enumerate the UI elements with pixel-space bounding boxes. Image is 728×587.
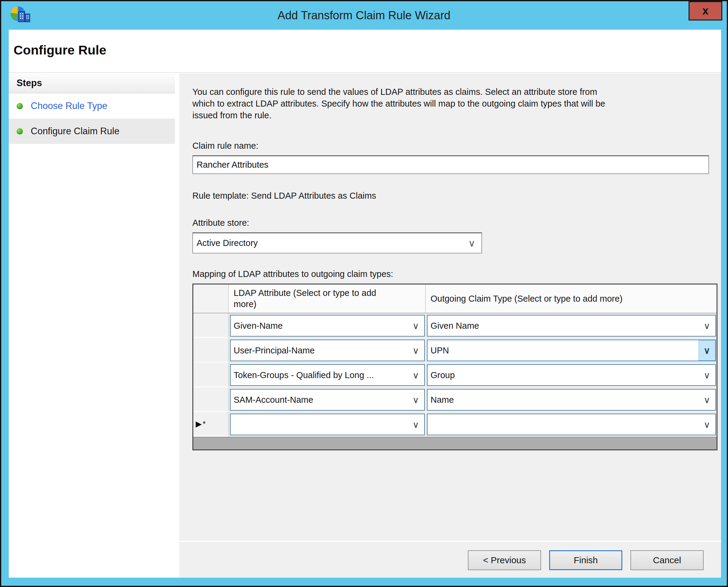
- chevron-glyph: ∨: [413, 419, 419, 430]
- claim-rule-name-label: Claim rule name:: [192, 141, 258, 151]
- row-selector-cell[interactable]: [193, 388, 229, 412]
- chevron-down-icon[interactable]: ∨: [462, 237, 482, 249]
- outgoing-claim-header: Outgoing Claim Type (Select or type to a…: [426, 284, 717, 313]
- sidebar-step-configure-claim-rule[interactable]: Configure Claim Rule: [9, 119, 175, 144]
- row-selector-cell[interactable]: [193, 338, 229, 363]
- rule-template-text: Rule template: Send LDAP Attributes as C…: [192, 191, 376, 201]
- description-line: issued from the rule.: [192, 110, 605, 121]
- ldap-attribute-combobox[interactable]: Given-Name∨: [230, 315, 425, 336]
- mapping-row: Token-Groups - Qualified by Long ...∨Gro…: [193, 363, 717, 388]
- chevron-down-icon[interactable]: ∨: [407, 414, 424, 435]
- chevron-down-icon[interactable]: ∨: [407, 365, 424, 385]
- window-title: Add Transform Claim Rule Wizard: [1, 1, 727, 29]
- page-header: Configure Rule: [9, 30, 721, 73]
- cancel-button[interactable]: Cancel: [631, 550, 704, 570]
- mapping-row: User-Principal-Name∨UPN∨: [193, 338, 717, 363]
- chevron-glyph: ∨: [413, 321, 419, 331]
- row-selector-cell[interactable]: [193, 363, 229, 388]
- titlebar: Add Transform Claim Rule Wizard x: [1, 1, 727, 29]
- window-frame: Add Transform Claim Rule Wizard x Config…: [0, 0, 728, 587]
- row-selector-cell[interactable]: ▶*: [193, 412, 229, 437]
- content-panel: You can configure this rule to send the …: [179, 73, 721, 578]
- chevron-glyph: ∨: [413, 345, 419, 356]
- mapping-table-header: LDAP Attribute (Select or type to add mo…: [193, 284, 717, 313]
- mapping-table: LDAP Attribute (Select or type to add mo…: [192, 284, 718, 450]
- new-row-marker-icon: ▶*: [196, 419, 207, 429]
- ldap-attribute-cell: SAM-Account-Name∨: [229, 388, 426, 412]
- ldap-attribute-combobox[interactable]: SAM-Account-Name∨: [230, 389, 425, 410]
- outgoing-claim-combobox[interactable]: ∨: [427, 414, 716, 435]
- ldap-attribute-combobox[interactable]: Token-Groups - Qualified by Long ...∨: [230, 364, 425, 386]
- row-selector-cell[interactable]: [193, 313, 229, 338]
- ldap-attribute-header: LDAP Attribute (Select or type to add mo…: [229, 284, 426, 313]
- chevron-glyph: ∨: [413, 370, 419, 380]
- chevron-down-icon[interactable]: ∨: [407, 340, 424, 361]
- chevron-down-icon[interactable]: ∨: [699, 365, 715, 385]
- steps-list: Choose Rule TypeConfigure Claim Rule: [9, 93, 175, 144]
- combobox-value: [427, 414, 699, 435]
- outgoing-claim-combobox[interactable]: Group∨: [427, 364, 716, 386]
- outgoing-claim-cell: UPN∨: [426, 338, 717, 363]
- close-button[interactable]: x: [688, 1, 722, 21]
- chevron-down-icon[interactable]: ∨: [699, 340, 715, 361]
- mapping-row: SAM-Account-Name∨Name∨: [193, 388, 717, 412]
- outgoing-claim-combobox[interactable]: UPN∨: [427, 339, 716, 361]
- client-area: Configure Rule Steps Choose Rule TypeCon…: [9, 29, 721, 578]
- ldap-attribute-cell: ∨: [229, 412, 426, 437]
- outgoing-claim-combobox[interactable]: Given Name∨: [427, 315, 716, 336]
- step-status-icon: [17, 128, 23, 135]
- chevron-glyph: ∨: [704, 395, 710, 405]
- combobox-value: SAM-Account-Name: [231, 390, 407, 410]
- step-status-icon: [17, 103, 23, 109]
- combobox-value: Name: [427, 390, 699, 410]
- chevron-down-icon[interactable]: ∨: [699, 315, 715, 336]
- combobox-value: Given Name: [427, 315, 699, 336]
- attribute-store-select[interactable]: Active Directory ∨: [192, 232, 482, 254]
- mapping-row: ▶*∨∨: [193, 412, 717, 437]
- ldap-attribute-cell: User-Principal-Name∨: [229, 338, 426, 363]
- attribute-store-label: Attribute store:: [192, 218, 249, 228]
- attribute-store-value: Active Directory: [193, 238, 462, 248]
- combobox-value: UPN: [427, 340, 699, 361]
- combobox-value: Group: [427, 365, 699, 385]
- outgoing-claim-cell: Name∨: [426, 388, 717, 412]
- button-row: < PreviousFinishCancel: [468, 550, 704, 570]
- footer-separator: [179, 541, 721, 542]
- row-selector-header: [193, 284, 229, 313]
- chevron-glyph: ∨: [704, 345, 710, 356]
- outgoing-claim-cell: Group∨: [426, 363, 717, 388]
- rule-description: You can configure this rule to send the …: [192, 86, 605, 121]
- steps-title: Steps: [9, 73, 175, 93]
- chevron-glyph: ∨: [704, 321, 710, 331]
- description-line: You can configure this rule to send the …: [192, 86, 605, 98]
- combobox-value: [231, 414, 407, 435]
- description-line: which to extract LDAP attributes. Specif…: [192, 98, 605, 110]
- mapping-label: Mapping of LDAP attributes to outgoing c…: [192, 269, 393, 279]
- combobox-value: Token-Groups - Qualified by Long ...: [231, 365, 407, 385]
- ldap-attribute-cell: Given-Name∨: [229, 313, 426, 338]
- mapping-table-body: Given-Name∨Given Name∨User-Principal-Nam…: [193, 313, 717, 437]
- ldap-attribute-combobox[interactable]: ∨: [230, 414, 425, 435]
- chevron-down-icon[interactable]: ∨: [407, 390, 424, 410]
- mapping-table-footer-strip: [193, 437, 717, 449]
- ldap-attribute-combobox[interactable]: User-Principal-Name∨: [230, 339, 425, 361]
- combobox-value: Given-Name: [231, 315, 407, 336]
- outgoing-claim-combobox[interactable]: Name∨: [427, 389, 716, 410]
- sidebar-step-choose-rule-type[interactable]: Choose Rule Type: [9, 93, 175, 119]
- adfs-icon: [9, 5, 31, 26]
- ldap-attribute-cell: Token-Groups - Qualified by Long ...∨: [229, 363, 426, 388]
- step-label: Choose Rule Type: [31, 100, 107, 111]
- finish-button[interactable]: Finish: [549, 550, 622, 570]
- combobox-value: User-Principal-Name: [231, 340, 407, 361]
- chevron-down-icon[interactable]: ∨: [699, 414, 715, 435]
- chevron-down-icon[interactable]: ∨: [699, 390, 715, 410]
- mapping-row: Given-Name∨Given Name∨: [193, 313, 717, 338]
- outgoing-claim-cell: Given Name∨: [426, 313, 717, 338]
- previous-button[interactable]: < Previous: [468, 550, 541, 570]
- page-title: Configure Rule: [14, 43, 106, 57]
- claim-rule-name-input[interactable]: [192, 155, 709, 174]
- outgoing-claim-cell: ∨: [426, 412, 717, 437]
- chevron-glyph: ∨: [704, 370, 710, 380]
- chevron-glyph: ∨: [704, 419, 710, 430]
- chevron-down-icon[interactable]: ∨: [407, 315, 424, 336]
